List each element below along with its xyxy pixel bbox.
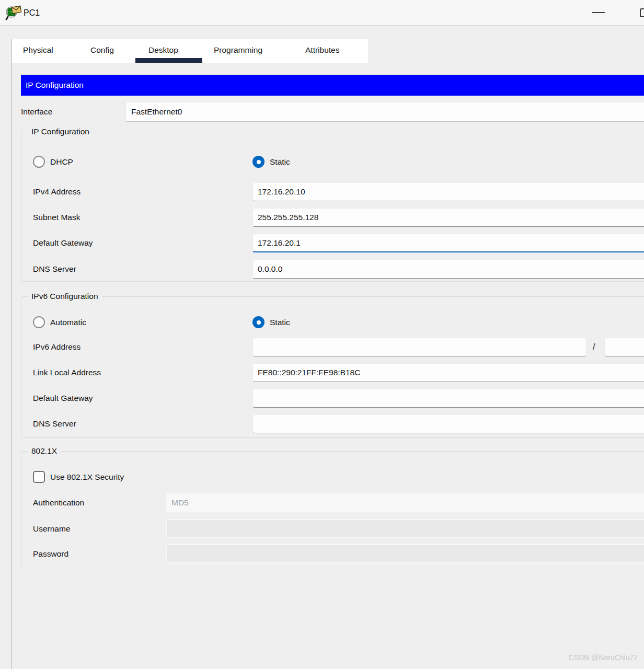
use-8021x-security-label[interactable]: Use 802.1X Security [50,471,124,483]
ipv4-address-input[interactable]: 172.16.20.10 [252,182,644,201]
ipv6-dns-server-label: DNS Server [33,414,76,433]
title-bar: PC1 [0,0,644,26]
automatic-radio-label[interactable]: Automatic [50,316,86,328]
section-header: IP Configuration [21,75,644,96]
ipv6-default-gateway-label: Default Gateway [33,389,93,408]
active-tab-indicator [135,58,202,63]
dhcp-radio-label[interactable]: DHCP [50,156,73,168]
ipv6-static-radio[interactable] [252,316,264,328]
tab-config[interactable]: Config [90,39,114,62]
authentication-select: MD5 [166,493,644,513]
window-title: PC1 [24,0,40,26]
minimize-button[interactable] [586,0,611,26]
ipv4-address-label: IPv4 Address [33,182,80,201]
ipv4-default-gateway-label: Default Gateway [33,234,93,252]
ipv4-static-radio[interactable] [252,156,264,168]
ipv6-address-input[interactable] [252,338,586,356]
radio-dot [257,320,261,325]
ipv4-static-radio-label[interactable]: Static [270,156,290,168]
radio-dot [257,160,261,164]
use-8021x-security-checkbox[interactable] [33,471,45,483]
ipv4-dns-server-label: DNS Server [33,260,76,279]
ipv4-dns-server-input[interactable]: 0.0.0.0 [252,260,644,279]
dot1x-group-title: 802.1X [28,446,61,456]
maximize-button[interactable] [632,0,644,26]
ipv6-prefix-separator: / [593,338,595,356]
automatic-radio[interactable] [33,316,45,328]
username-label: Username [33,519,71,538]
watermark-text: CSDN @NaruChiu77 [569,653,638,662]
ipv6-group-title: IPv6 Configuration [28,292,102,301]
ipv6-dns-server-input[interactable] [252,414,644,433]
link-local-address-input[interactable]: FE80::290:21FF:FE98:B18C [252,363,644,382]
subnet-mask-input[interactable]: 255.255.255.128 [252,208,644,227]
subnet-mask-label: Subnet Mask [33,208,80,227]
dhcp-radio[interactable] [33,156,45,168]
ipv4-default-gateway-input[interactable]: 172.16.20.1 [252,234,644,252]
tab-physical[interactable]: Physical [23,39,53,62]
interface-label: Interface [21,102,52,122]
maximize-icon [640,8,644,17]
password-label: Password [33,544,68,563]
interface-select[interactable]: FastEthernet0 [125,102,644,122]
username-input [166,519,644,538]
ipv6-prefix-input[interactable] [604,338,644,356]
ipv6-address-label: IPv6 Address [33,338,80,356]
device-config-window: PC1 Physical Config Desktop Programming … [0,0,644,669]
panel-top-border [368,63,644,63]
tab-bar: Physical Config Desktop Programming Attr… [12,39,368,63]
tab-programming[interactable]: Programming [214,39,262,62]
packet-tracer-icon [5,5,21,21]
panel-left-border [12,39,12,669]
tab-attributes[interactable]: Attributes [305,39,339,62]
password-input [166,544,644,563]
link-local-address-label: Link Local Address [33,363,101,382]
ipv4-groupbox: IP Configuration [21,132,644,282]
ipv6-static-radio-label[interactable]: Static [270,316,290,328]
titlebar-separator [0,26,644,26]
ipv4-group-title: IP Configuration [28,127,93,136]
ipv6-default-gateway-input[interactable] [252,389,644,408]
authentication-label: Authentication [33,493,84,513]
minimize-icon [592,12,605,13]
